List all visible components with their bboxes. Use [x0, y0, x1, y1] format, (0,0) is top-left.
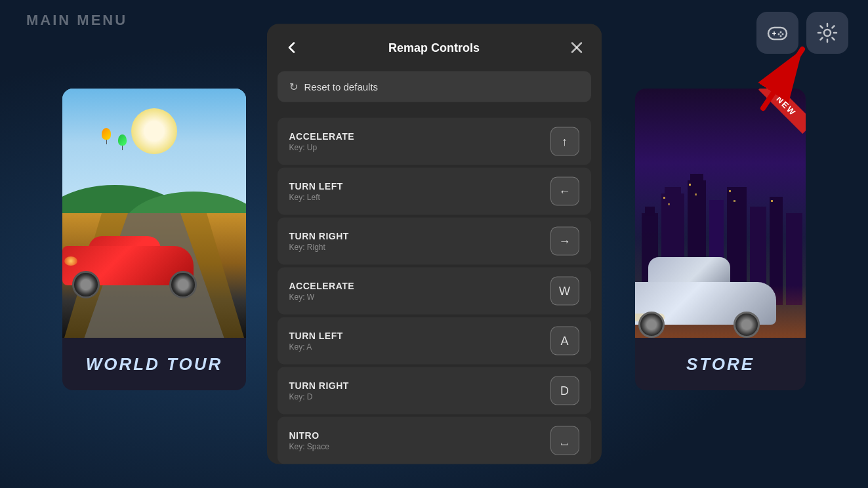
svg-point-6 [780, 35, 782, 37]
key-icon: ← [559, 184, 571, 198]
svg-rect-13 [645, 207, 655, 216]
svg-point-5 [778, 33, 780, 35]
reset-to-defaults-button[interactable]: ↻ Reset to defaults [278, 71, 591, 102]
right-card-car [635, 282, 806, 325]
close-icon [569, 41, 584, 55]
modal-title: Remap Controls [388, 41, 480, 54]
control-info: TURN LEFTKey: A [289, 331, 343, 352]
key-icon: D [560, 384, 569, 397]
control-name: ACCELERATE [289, 131, 355, 142]
control-key-label: Key: A [289, 342, 343, 352]
svg-rect-29 [771, 200, 773, 202]
settings-button[interactable] [806, 12, 848, 54]
modal-close-button[interactable] [565, 36, 589, 60]
control-row[interactable]: NITROKey: Space⎵ [278, 417, 591, 464]
key-icon: W [559, 284, 570, 298]
sun [131, 108, 177, 154]
control-name: TURN RIGHT [289, 231, 349, 241]
svg-point-3 [780, 31, 782, 33]
balloon-2 [118, 134, 127, 150]
control-key-label: Key: Up [289, 143, 355, 152]
key-badge[interactable]: A [550, 327, 579, 356]
svg-rect-25 [689, 184, 691, 186]
control-name: NITRO [289, 430, 329, 441]
control-row[interactable]: TURN RIGHTKey: Right→ [278, 218, 591, 265]
control-name: ACCELERATE [289, 281, 355, 291]
world-tour-image [62, 89, 246, 338]
store-label: STORE [635, 338, 806, 390]
key-badge[interactable]: ← [550, 177, 579, 206]
svg-rect-27 [729, 190, 731, 192]
remap-controls-modal: Remap Controls ↻ Reset to defaults ACCEL… [267, 24, 602, 464]
control-info: TURN RIGHTKey: D [289, 380, 349, 401]
gamepad-button[interactable] [756, 12, 798, 54]
control-row[interactable]: ACCELERATEKey: Up↑ [278, 118, 591, 165]
key-icon: → [559, 234, 571, 248]
control-key-label: Key: D [289, 392, 349, 401]
back-arrow-icon [285, 41, 299, 55]
controls-list: ACCELERATEKey: Up↑TURN LEFTKey: Left←TUR… [267, 118, 602, 464]
control-info: TURN LEFTKey: Left [289, 181, 343, 202]
key-badge[interactable]: D [550, 376, 579, 405]
svg-point-7 [824, 30, 831, 36]
key-badge[interactable]: ↑ [550, 127, 579, 156]
control-name: TURN RIGHT [289, 380, 349, 391]
svg-rect-17 [690, 174, 703, 184]
control-row[interactable]: ACCELERATEKey: WW [278, 268, 591, 315]
control-name: TURN LEFT [289, 181, 343, 192]
control-row[interactable]: TURN LEFTKey: Left← [278, 168, 591, 215]
control-key-label: Key: Left [289, 193, 343, 202]
gamepad-icon [766, 21, 789, 45]
key-icon: ↑ [562, 134, 568, 148]
control-key-label: Key: Space [289, 442, 329, 451]
new-badge: NEW [753, 89, 806, 141]
reset-icon: ↻ [289, 81, 298, 93]
control-row[interactable]: TURN RIGHTKey: DD [278, 367, 591, 415]
control-info: TURN RIGHTKey: Right [289, 231, 349, 252]
svg-rect-15 [665, 187, 681, 197]
reset-label: Reset to defaults [304, 81, 379, 92]
left-card-car [62, 220, 207, 298]
world-tour-label: WORLD TOUR [62, 338, 246, 390]
modal-header: Remap Controls [267, 24, 602, 71]
svg-rect-28 [734, 200, 735, 202]
svg-rect-26 [695, 193, 697, 195]
control-name: TURN LEFT [289, 331, 343, 341]
key-badge[interactable]: → [550, 227, 579, 256]
svg-point-4 [782, 33, 784, 35]
key-badge[interactable]: ⎵ [550, 426, 579, 455]
settings-icon [816, 21, 839, 45]
world-tour-card[interactable]: WORLD TOUR [62, 89, 246, 390]
key-badge[interactable]: W [550, 277, 579, 306]
top-right-icons [756, 12, 848, 54]
control-info: ACCELERATEKey: Up [289, 131, 355, 152]
svg-rect-23 [663, 197, 665, 199]
control-info: ACCELERATEKey: W [289, 281, 355, 302]
key-icon: A [560, 334, 568, 348]
control-info: NITROKey: Space [289, 430, 329, 451]
svg-rect-24 [668, 203, 670, 205]
store-card[interactable]: NEW STORE [635, 89, 806, 390]
main-menu-title: MAIN MENU [26, 12, 127, 29]
spacer [267, 102, 602, 108]
control-key-label: Key: W [289, 293, 355, 302]
balloon-1 [102, 128, 111, 144]
key-icon: ⎵ [561, 434, 568, 447]
svg-rect-0 [768, 28, 787, 39]
control-row[interactable]: TURN LEFTKey: AA [278, 317, 591, 365]
store-image: NEW [635, 89, 806, 338]
modal-back-button[interactable] [280, 36, 304, 60]
control-key-label: Key: Right [289, 243, 349, 252]
